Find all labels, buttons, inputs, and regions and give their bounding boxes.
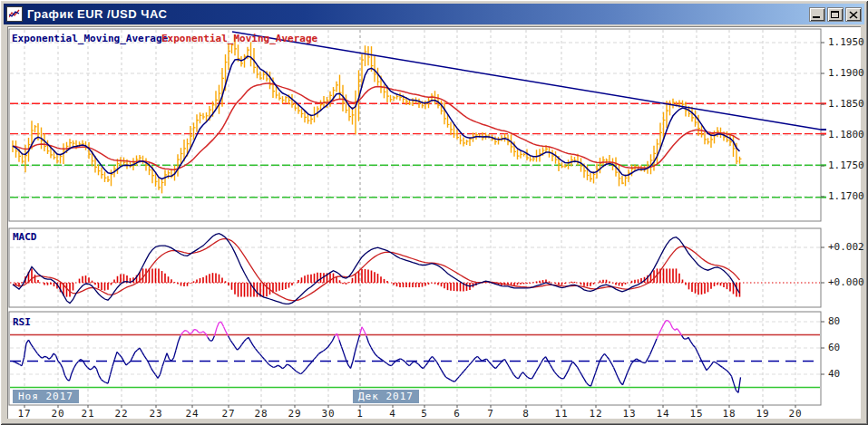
date-label: 5 xyxy=(421,408,428,420)
date-label: 14 xyxy=(656,408,669,420)
rsi-axis-label: 60 xyxy=(828,342,840,353)
price-axis-label: 1.1800 xyxy=(828,129,864,140)
date-label: 15 xyxy=(689,408,703,420)
date-label: 7 xyxy=(487,408,494,420)
window-title: График EUR /USD ЧАС xyxy=(27,7,809,21)
date-label: 1 xyxy=(356,408,364,420)
rsi-axis-label: 80 xyxy=(828,315,840,327)
ema-fast-label: Exponential_Moving_Average xyxy=(12,33,168,44)
price-axis-label: 1.1700 xyxy=(828,190,864,202)
minimize-icon xyxy=(813,16,820,18)
price-axis-label: 1.1750 xyxy=(828,159,864,171)
titlebar[interactable]: График EUR /USD ЧАС xyxy=(4,4,864,24)
close-button[interactable] xyxy=(845,7,862,22)
macd-panel-label: MACD xyxy=(13,231,37,243)
chart-window-icon xyxy=(6,6,23,22)
date-label: 20 xyxy=(51,408,64,420)
maximize-icon xyxy=(831,11,839,18)
date-label: 30 xyxy=(321,408,335,420)
rsi-axis-label: 40 xyxy=(828,368,840,380)
date-label: 17 xyxy=(17,408,31,420)
chart-client-area[interactable] xyxy=(7,26,861,419)
date-label: 24 xyxy=(185,408,199,420)
maximize-button[interactable] xyxy=(827,7,844,22)
price-axis-label: 1.1950 xyxy=(828,36,864,48)
chart-window: График EUR /USD ЧАС Exponential_Moving_A… xyxy=(0,0,868,425)
date-label: 23 xyxy=(149,408,162,420)
date-label: 20 xyxy=(788,408,802,420)
rsi-panel-label: RSI xyxy=(13,316,31,328)
date-label: 13 xyxy=(622,408,636,420)
date-label: 21 xyxy=(81,408,94,420)
month-marker-nov: Ноя 2017 xyxy=(13,390,79,403)
date-label: 19 xyxy=(756,408,769,420)
date-label: 12 xyxy=(589,408,602,420)
price-axis-label: 1.1900 xyxy=(828,67,864,79)
date-label: 11 xyxy=(554,408,568,420)
date-label: 4 xyxy=(389,408,396,420)
price-axis-label: 1.1850 xyxy=(828,98,864,110)
date-label: 29 xyxy=(288,408,301,420)
macd-axis-label: +0.002 xyxy=(828,241,864,253)
date-label: 27 xyxy=(221,408,235,420)
ema-slow-label: Exponential_Moving_Average xyxy=(161,33,317,44)
date-label: 22 xyxy=(114,408,128,420)
month-marker-dec: Дек 2017 xyxy=(353,390,419,403)
macd-axis-label: +0.000 xyxy=(828,276,864,288)
close-icon xyxy=(849,11,858,19)
date-label: 6 xyxy=(454,408,461,420)
minimize-button[interactable] xyxy=(809,7,825,22)
date-label: 8 xyxy=(522,408,530,420)
date-label: 28 xyxy=(254,408,268,420)
date-label: 18 xyxy=(722,408,736,420)
